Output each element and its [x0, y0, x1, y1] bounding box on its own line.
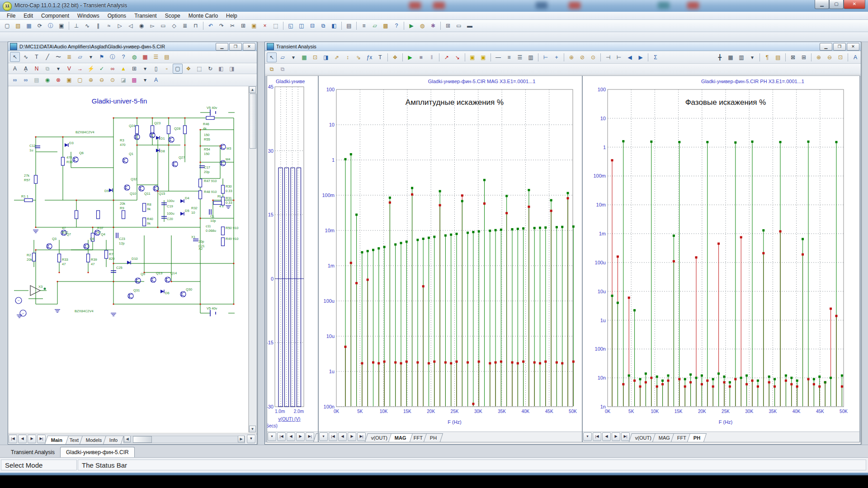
calculator-icon[interactable]: ▤ — [344, 21, 354, 31]
zoom-100-icon[interactable]: ⊙ — [108, 75, 118, 85]
document-tab-schematic[interactable]: Gladki-универ-фин-5.CIR — [60, 447, 135, 457]
plot-menu-button[interactable]: ▾ — [583, 432, 592, 441]
grid-icon[interactable]: ⊞ — [129, 64, 139, 74]
send-back-icon[interactable]: ▢ — [75, 75, 85, 85]
grid-text-icon[interactable]: ⊞ — [443, 21, 453, 31]
waveform-y-axis-label[interactable]: v(OUT) (V) — [278, 417, 301, 422]
scrollbar-thumb[interactable] — [250, 94, 256, 149]
last-button[interactable]: ▶| — [621, 432, 630, 441]
add-tag-icon[interactable]: + — [552, 52, 561, 62]
transient-window-titlebar[interactable]: Transient Analysis ▁ ❐ ✕ — [265, 42, 861, 51]
mag-plot-pane[interactable]: Gladki-универ-фин-5.CIR MAG X3.E1=.0001.… — [318, 75, 582, 442]
enable-icon[interactable]: ◉ — [42, 75, 52, 85]
close-button[interactable]: ✕ — [243, 43, 255, 51]
node-voltages-icon[interactable]: V — [64, 64, 74, 74]
sine-source-icon[interactable]: ∿ — [82, 21, 92, 31]
close-button[interactable]: ✕ — [847, 43, 859, 51]
menu-help[interactable]: Help — [222, 12, 241, 19]
next-button[interactable]: ▶ — [296, 432, 305, 441]
flip-vertical-icon[interactable]: ◧ — [216, 64, 226, 74]
copy-icon[interactable]: ⊞ — [238, 21, 248, 31]
file-info-icon[interactable]: ⓘ — [46, 21, 56, 31]
first-button[interactable]: |◀ — [593, 432, 601, 441]
digital-gate-icon[interactable]: ▭ — [158, 21, 168, 31]
dropdown-icon[interactable]: ▾ — [140, 75, 150, 85]
zoom-in-icon[interactable]: ⊕ — [86, 75, 96, 85]
minimize-button[interactable]: ▁ — [216, 43, 228, 51]
find-icon[interactable]: ∞ — [10, 75, 20, 85]
overlap-windows-icon[interactable]: ⧉ — [318, 21, 328, 31]
plot-tab-ph[interactable]: PH — [424, 433, 443, 442]
font-icon[interactable]: A — [151, 75, 161, 85]
waveform-pane[interactable]: Gladki-униве4530150-15-301.0m2.0mv(OUT) … — [267, 75, 318, 442]
warning-icon[interactable]: ▲ — [118, 64, 128, 74]
info-icon[interactable]: ⓘ — [108, 52, 118, 62]
cursor-left-icon[interactable]: ⊣ — [603, 52, 613, 62]
color-palette-icon[interactable]: ▩ — [129, 75, 139, 85]
tile-horizontal-icon[interactable]: ⊟ — [307, 21, 317, 31]
lines-three-icon[interactable]: ☰ — [515, 52, 525, 62]
pulse-source-icon[interactable]: ⊓ — [191, 21, 201, 31]
power-icon[interactable]: ⚡ — [86, 64, 96, 74]
zoom-data-icon[interactable]: ⊕ — [566, 52, 576, 62]
cascade-windows-icon[interactable]: ◱ — [286, 21, 296, 31]
scale-up-icon[interactable]: ⇗ — [332, 52, 342, 62]
zoom-out-icon[interactable]: ⊖ — [97, 75, 107, 85]
flip-horizontal-icon[interactable]: ◨ — [227, 64, 237, 74]
rotate-icon[interactable]: ↻ — [205, 64, 215, 74]
minimize-button[interactable]: ▁ — [815, 0, 829, 9]
undo-icon[interactable]: ↶ — [206, 21, 216, 31]
text-mode-icon[interactable]: T — [32, 52, 42, 62]
paste-icon[interactable]: ▣ — [249, 21, 259, 31]
text-mode-icon[interactable]: T — [375, 52, 385, 62]
dependent-source-icon[interactable]: ◇ — [169, 21, 179, 31]
shapes-icon[interactable]: ▱ — [75, 52, 85, 62]
component-editor-icon[interactable]: ≡ — [359, 21, 369, 31]
dropdown-icon[interactable]: ▾ — [53, 64, 63, 74]
restore-button[interactable]: ❐ — [229, 43, 242, 51]
npn-transistor-icon[interactable]: ◉ — [137, 21, 146, 31]
pan-hand-icon[interactable]: ❖ — [184, 64, 193, 74]
close-button[interactable]: ✕ — [844, 0, 865, 9]
plot-menu-button[interactable]: ▾ — [268, 432, 276, 441]
tile-plots-icon[interactable]: ⧉ — [278, 64, 288, 74]
animate-run-icon[interactable]: ▶ — [406, 21, 416, 31]
minimize-button[interactable]: ▁ — [820, 43, 832, 51]
first-button[interactable]: |◀ — [329, 432, 337, 441]
disable-icon[interactable]: ⊗ — [53, 75, 63, 85]
lines-one-icon[interactable]: — — [493, 52, 503, 62]
waveform-mark-icon[interactable]: ⊞ — [799, 52, 809, 62]
data-table-icon[interactable]: ▤ — [773, 52, 783, 62]
help-icon[interactable]: ? — [118, 52, 128, 62]
battery-icon[interactable]: ≣ — [180, 21, 190, 31]
rows-icon[interactable]: ☰ — [151, 52, 161, 62]
diode-right-icon[interactable]: ◁ — [126, 21, 136, 31]
tab-main[interactable]: Main — [45, 436, 69, 444]
new-page-icon[interactable]: ▯ — [151, 64, 161, 74]
go-left-icon[interactable]: ◀ — [625, 52, 635, 62]
crosshair-grid-icon[interactable]: ╋ — [715, 52, 725, 62]
spline-mode-icon[interactable]: 〜 — [53, 52, 63, 62]
split-window-icon[interactable]: ◧ — [329, 21, 339, 31]
select-all-icon[interactable]: ⬚ — [271, 21, 281, 31]
package-editor-icon[interactable]: ▩ — [381, 21, 391, 31]
diode-icon[interactable]: ▷ — [115, 21, 125, 31]
title-block-icon[interactable]: ▤ — [162, 52, 172, 62]
first-button[interactable]: |◀ — [277, 432, 286, 441]
select-mode-icon[interactable]: ↖ — [267, 52, 277, 62]
frame-icon[interactable]: ▣ — [467, 52, 477, 62]
open-file-icon[interactable]: ▧ — [13, 21, 23, 31]
resistor-icon[interactable]: ≈ — [104, 21, 114, 31]
last-page-button[interactable]: ▶| — [37, 435, 46, 443]
revert-icon[interactable]: ⟳ — [35, 21, 45, 31]
go-right-icon[interactable]: ▶ — [636, 52, 646, 62]
pause-icon[interactable]: ‖ — [427, 52, 437, 62]
scale-vertical-icon[interactable]: ↕ — [343, 52, 353, 62]
zoom-region-icon[interactable]: ⊡ — [835, 52, 845, 62]
page-small-icon[interactable]: ▫ — [162, 64, 172, 74]
wire-mode-icon[interactable]: ∿ — [21, 52, 31, 62]
columns-icon[interactable]: ▥ — [526, 52, 536, 62]
prev-button[interactable]: ◀ — [287, 432, 295, 441]
menu-file[interactable]: File — [3, 12, 19, 19]
scrollbar-thumb[interactable] — [133, 436, 152, 443]
